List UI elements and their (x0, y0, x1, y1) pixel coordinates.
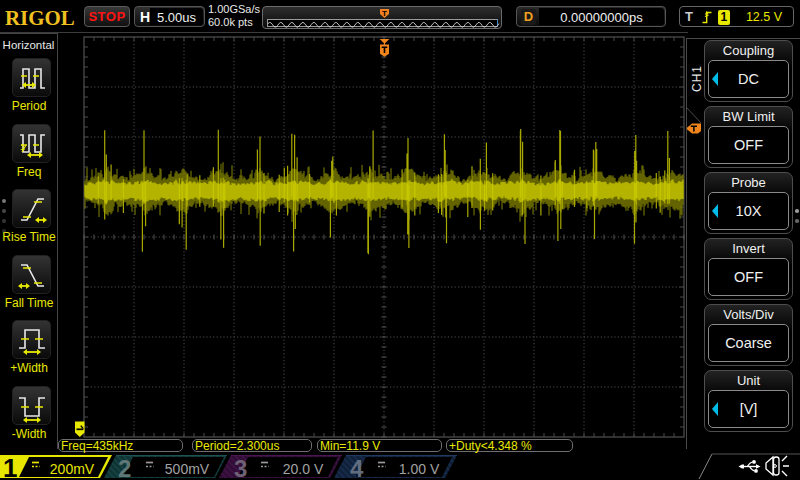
svg-text:200mV: 200mV (50, 461, 95, 477)
svg-text:2: 2 (118, 455, 131, 480)
svg-text:500mV: 500mV (165, 461, 210, 477)
svg-text:1.00 V: 1.00 V (399, 461, 440, 477)
svg-text:20.0 V: 20.0 V (283, 461, 324, 477)
svg-text:1: 1 (3, 453, 17, 480)
svg-text:3: 3 (234, 455, 247, 480)
svg-text:4: 4 (350, 455, 364, 480)
